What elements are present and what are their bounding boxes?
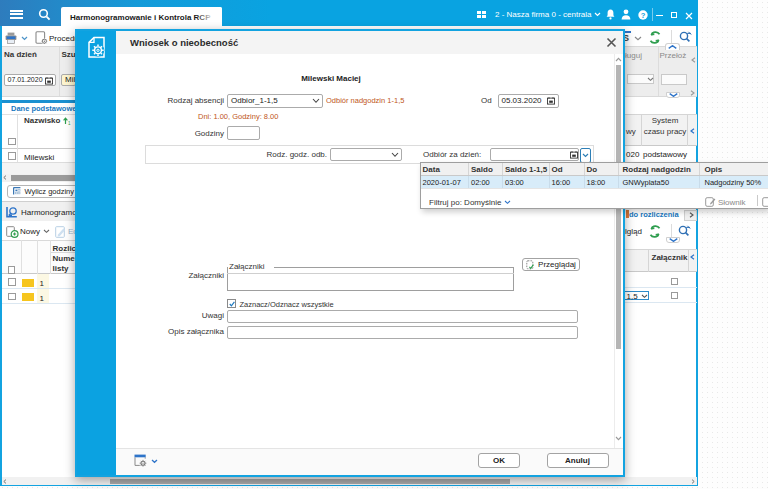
svg-text:?: ? bbox=[641, 10, 646, 19]
svg-text:1: 1 bbox=[68, 120, 71, 124]
